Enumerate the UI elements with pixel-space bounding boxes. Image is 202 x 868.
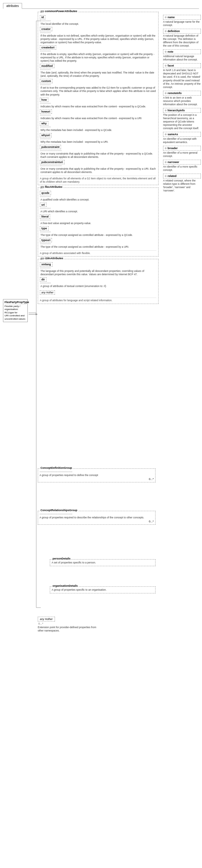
element-facet-label: facet <box>168 64 174 67</box>
attr-typeuri-row: typeuri ○○○○○○○○ <box>40 238 157 245</box>
flex-attributes-group: grp flexAttributes qcode ○○○○○○○○ A qual… <box>38 187 159 256</box>
flex-party-prop-type-title: FlexPartyPropType <box>4 301 26 304</box>
attr-id-row: id ○○○○○○○○ <box>40 15 157 22</box>
main-content-column: grp commonPowerAttributes id ○○○○○○○○ Th… <box>38 12 159 306</box>
any-other-box: any #other <box>38 617 55 621</box>
attr-typeuri-desc: The type of the concept assigned as cont… <box>40 245 157 249</box>
attr-custom-dots: ○○○○○○○○ <box>40 83 157 86</box>
attr-uri-desc: A URI which identifies a concept. <box>40 210 157 213</box>
attr-whyuri-row: whyuri ○○○○○○○○ <box>40 133 157 140</box>
attr-pubconstrainturi-name: pubconstrainturi <box>40 160 65 164</box>
element-note-group: ⊕ note Additional natural language infor… <box>163 49 201 61</box>
attr-whyuri-name: whyuri <box>40 133 52 137</box>
page-container: attributes FlexPartyPropType Flexible pa… <box>0 0 202 862</box>
attr-why-desc: Why the metadata has been included - exp… <box>40 128 157 132</box>
element-definition-label: definition <box>168 30 180 33</box>
element-name-group: ⊕ name A natural language name for the c… <box>163 15 201 27</box>
attr-type-dots: ○○○○○○○○ <box>40 230 157 233</box>
common-power-attrs-footer: A group of attributes for all elements o… <box>40 176 157 184</box>
element-remoteinfo-group: ⊕ remoteInfo A link to an item or a web … <box>163 91 201 106</box>
attr-howuri-name: howuri <box>40 110 52 114</box>
element-hierarchyinfo-group: ⊕ hierarchyInfo The position of a concep… <box>163 108 201 130</box>
organisation-details-section: organisationDetails A group of propertie… <box>50 586 156 595</box>
element-facet-desc: In NAR 1.8 and later, facet is deprecate… <box>163 69 201 89</box>
concept-rel-multiplicity: 0...* <box>39 520 154 523</box>
concept-rel-dots: ○○○○○○○○○○○○○○○○○○○○○○○○ <box>39 513 154 515</box>
element-narrower-group: ⊕ narrower An identifier of a more speci… <box>163 160 201 172</box>
concept-relationships-group-section: ConceptRelationshipsGroup ○○○○○○○○○○○○○○… <box>38 511 156 527</box>
element-related-desc: A related concept, where the relation ty… <box>163 179 201 192</box>
facet-icon: ⊕ <box>165 64 167 67</box>
attr-uri-dots: ○○○○○○○○ <box>40 207 157 210</box>
flex-party-prop-type-box: FlexPartyPropType Flexible party / organ… <box>3 299 28 322</box>
attr-why-row: why ○○○○○○○○ <box>40 121 157 128</box>
attr-dir-desc: A group of attributes of textual content… <box>40 285 157 288</box>
attr-createduri-row: createduri ○○○○○○○○ <box>40 45 157 52</box>
i18n-attributes-group: grp i18nAttributes xmlang ○○○○○○○○ The l… <box>38 259 159 304</box>
concept-def-multiplicity: 0...* <box>39 477 154 480</box>
attr-uri-row: uri ○○○○○○○○ <box>40 203 157 210</box>
attr-qcode-desc: A qualified code which identifies a conc… <box>40 198 157 202</box>
element-sameas-desc: An identifier of a concept with equivale… <box>163 137 201 144</box>
concept-def-title: ConceptDefinitionGroup <box>40 466 73 469</box>
attr-pubconstraint-row: pubconstraint ○○○○○○○○○○○○○○○○ <box>40 145 157 152</box>
attr-creator-name: creator <box>40 27 52 31</box>
person-details-desc: A set of properties specific to a person… <box>52 561 154 564</box>
attr-creator-desc: If the attribute value is not defined, s… <box>40 34 157 44</box>
attr-type-name: type <box>40 226 48 230</box>
attr-qcode-row: qcode ○○○○○○○○ <box>40 191 157 198</box>
concept-def-desc: A group of properties required to define… <box>39 474 154 477</box>
attr-how-name: how <box>40 98 48 102</box>
narrower-icon: ⊕ <box>165 161 167 164</box>
element-remoteinfo-desc: A link to an item or a web resource whic… <box>163 96 201 106</box>
attr-creator-row: creator ○○○○○○○○ <box>40 27 157 34</box>
i18n-attrs-footer: A group of attributes for language and s… <box>40 298 157 302</box>
attr-modified-row: modified ○○○○○○○○ <box>40 64 157 71</box>
concept-def-dots: ○○○○○○○○○○○○○○○○○○○○○○○○ <box>39 470 154 473</box>
element-name-desc: A natural language name for the concept. <box>163 20 201 27</box>
tab-attributes[interactable]: attributes <box>3 3 22 9</box>
element-definition-desc: A natural language definition of the con… <box>163 34 201 48</box>
element-broader-label: broader <box>168 147 178 150</box>
attr-howuri-dots: ○○○○○○○○ <box>40 114 157 117</box>
attr-dir-dots: ○○○○○○○○ <box>40 282 157 284</box>
attr-xmlang-desc: The language of this property and potent… <box>40 270 157 276</box>
any-other-multiplicity: 0...* <box>38 622 98 625</box>
attr-whyuri-dots: ○○○○○○○○ <box>40 137 157 140</box>
element-name-label: name <box>168 16 175 19</box>
attr-dir-name: dir <box>40 277 46 282</box>
concept-rel-title: ConceptRelationshipsGroup <box>40 509 78 512</box>
tab-bar: attributes <box>3 3 199 9</box>
flex-party-prop-type-desc: Flexible party / organisation: RCLtype f… <box>4 305 26 320</box>
element-note-desc: Additional natural language information … <box>163 55 201 61</box>
note-icon: ⊕ <box>165 50 167 53</box>
attr-type-desc: The type of the concept assigned as cont… <box>40 234 157 237</box>
person-details-section: personDetails A set of properties specif… <box>50 559 156 568</box>
hierarchyinfo-icon: ⊕ <box>165 109 167 112</box>
element-narrower-label: narrower <box>168 161 179 164</box>
attr-literal-name: literal <box>40 214 50 219</box>
element-remoteinfo-label: remoteInfo <box>168 92 182 95</box>
attr-modified-name: modified <box>40 64 54 68</box>
attr-literal-row: literal ○○○○○○○○ <box>40 214 157 221</box>
element-related-group: ⊕ related A related concept, where the r… <box>163 174 201 192</box>
flex-attributes-title: grp flexAttributes <box>40 185 63 188</box>
any-other-desc: Extension point for provider-defined pro… <box>38 626 98 632</box>
attr-xmlang-name: xmlang <box>40 262 53 267</box>
attr-how-dots: ○○○○○○○○ <box>40 102 157 105</box>
name-icon: ⊕ <box>165 16 167 19</box>
attr-typeuri-name: typeuri <box>40 238 52 242</box>
element-hierarchyinfo-label: hierarchyInfo <box>168 109 185 112</box>
attr-createduri-desc: If the attribute is empty, specifies whi… <box>40 53 157 63</box>
common-power-attributes-group: grp commonPowerAttributes id ○○○○○○○○ Th… <box>38 12 159 185</box>
attr-qcode-name: qcode <box>40 191 51 195</box>
person-details-title: personDetails <box>52 557 71 560</box>
attr-id-dots: ○○○○○○○○ <box>40 19 157 22</box>
attr-pubconstraint-dots: ○○○○○○○○○○○○○○○○ <box>40 149 157 152</box>
attr-pubconstrainturi-dots: ○○○○○○○○○○○○○○○○ <box>40 164 157 167</box>
definition-icon: ⊕ <box>165 30 167 33</box>
attr-qcode-dots: ○○○○○○○○ <box>40 195 157 198</box>
org-details-desc: A group of properties specific to an org… <box>52 588 154 592</box>
element-definition-group: ⊕ definition A natural language definiti… <box>163 29 201 48</box>
attr-creator-dots: ○○○○○○○○ <box>40 31 157 34</box>
